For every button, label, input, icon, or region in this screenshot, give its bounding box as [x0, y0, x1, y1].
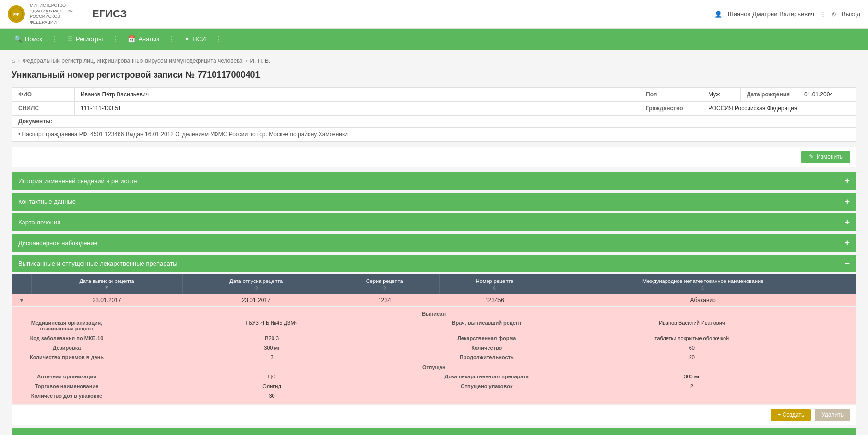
main-content: ⌂ › Федеральный регистр лиц, инфицирован… — [0, 50, 868, 435]
section-drugs-header[interactable]: Выписанные и отпущенные лекарственные пр… — [12, 255, 856, 272]
nav-analysis[interactable]: 📅 Анализ — [121, 32, 166, 47]
expand-col-header — [12, 274, 31, 294]
logout-icon: ⎋ — [832, 11, 836, 18]
nav-registries[interactable]: ☰ Регистры — [60, 32, 109, 47]
drugs-table-row-0[interactable]: ▼ 23.01.2017 23.01.2017 1234 123456 Абак… — [12, 294, 856, 307]
user-name: Шиянов Дмитрий Валерьевич — [728, 11, 814, 18]
patient-info-card: ФИО Иванов Пётр Васильевич Пол Муж Дата … — [12, 87, 856, 142]
snils-row: СНИЛС 111-111-133 51 Гражданство РОССИЯ … — [12, 101, 856, 115]
snils-label: СНИЛС — [12, 101, 75, 115]
released-status: Отпущен — [19, 364, 849, 370]
edit-button[interactable]: ✎ Изменить — [801, 151, 850, 163]
sort-number: ◇ — [444, 285, 546, 290]
section-dispensary-header[interactable]: Диспансерное наблюдение + — [12, 234, 856, 252]
section-contacts-toggle: + — [844, 197, 850, 207]
dob-label: Дата рождения — [741, 87, 798, 101]
nav-search[interactable]: 🔍 Поиск — [8, 32, 49, 47]
issued-status: Выписан — [19, 311, 849, 317]
nsi-icon: ✦ — [184, 35, 190, 43]
detail-reception-count: Количество приемов в день 3 — [19, 353, 429, 362]
detail-quantity: Количество 60 — [439, 343, 849, 352]
documents-label: Документы: — [18, 118, 52, 125]
section-treatment-header[interactable]: Карта лечения + — [12, 213, 856, 231]
section-history-toggle: + — [844, 176, 850, 186]
row-release-date: 23.01.2017 — [182, 294, 330, 307]
section-dispensary: Диспансерное наблюдение + — [12, 234, 856, 252]
pol-label: Пол — [640, 87, 702, 101]
detail-dosage: Дозировка 300 мг — [19, 343, 429, 352]
create-button[interactable]: + Создать — [771, 409, 811, 421]
fio-value: Иванов Пётр Васильевич — [75, 87, 640, 101]
drugs-detail-content: Выписан Медицинская организация, выписав… — [12, 307, 856, 404]
snils-value: 111-111-133 51 — [75, 101, 640, 115]
sort-inn: ◇ — [555, 285, 851, 290]
section-history-label: История изменений сведений в регистре — [18, 177, 137, 185]
more-options-icon[interactable]: ⋮ — [820, 11, 826, 18]
breadcrumb-registry[interactable]: Федеральный регистр лиц, инфицированных … — [23, 58, 242, 64]
system-title: ЕГИСЗ — [92, 8, 127, 20]
passport-row: • Паспорт гражданина РФ: 4501 123466 Выд… — [12, 127, 856, 141]
top-bar-left: РФ МИНИСТЕРСТВО ЗДРАВООХРАНЕНИЯ РОССИЙСК… — [8, 3, 127, 25]
detail-pack-qty: Количество доз в упаковке 30 — [19, 391, 429, 400]
section-drugs-content: Дата выписки рецепта ▼ Дата отпуска реце… — [12, 274, 856, 425]
row-expand-icon[interactable]: ▼ — [12, 294, 31, 307]
breadcrumb-sep-2: › — [245, 58, 247, 64]
section-dispensary-toggle: + — [844, 238, 850, 248]
nav-nsi[interactable]: ✦ НСИ — [178, 32, 213, 47]
drugs-table-btn-row: + Создать Удалить — [12, 404, 856, 425]
detail-issued-grid: Медицинская организация, выписавшая реце… — [19, 318, 849, 362]
row-prescription-date: 23.01.2017 — [31, 294, 182, 307]
user-icon: 👤 — [714, 11, 722, 18]
section-personified-header[interactable]: Персонифицированные потребности в лекарс… — [12, 428, 856, 435]
section-treatment-toggle: + — [844, 217, 850, 227]
col-series[interactable]: Серия рецепта ◇ — [330, 274, 439, 294]
page-title: Уникальный номер регистровой записи № 77… — [12, 70, 856, 80]
col-release-date[interactable]: Дата отпуска рецепта ◇ — [182, 274, 330, 294]
top-bar: РФ МИНИСТЕРСТВО ЗДРАВООХРАНЕНИЯ РОССИЙСК… — [0, 0, 868, 29]
nav-sep-3: ⋮ — [168, 35, 176, 44]
top-bar-right: 👤 Шиянов Дмитрий Валерьевич ⋮ ⎋ Выход — [714, 11, 860, 18]
drugs-table-header-row: Дата выписки рецепта ▼ Дата отпуска реце… — [12, 274, 856, 294]
nav-sep-4: ⋮ — [214, 35, 222, 44]
drugs-detail-row: Выписан Медицинская организация, выписав… — [12, 306, 856, 404]
ministry-logo: РФ — [8, 5, 25, 23]
patient-name-row: ФИО Иванов Пётр Васильевич Пол Муж Дата … — [12, 87, 856, 101]
home-icon[interactable]: ⌂ — [12, 58, 15, 64]
search-icon: 🔍 — [14, 35, 22, 43]
sort-prescription-date: ▼ — [36, 285, 178, 290]
detail-released-grid: Аптечная организация ЦС Доза лекарственн… — [19, 372, 849, 400]
section-drugs-label: Выписанные и отпущенные лекарственные пр… — [18, 260, 178, 267]
section-history-header[interactable]: История изменений сведений в регистре + — [12, 172, 856, 190]
nav-sep-1: ⋮ — [51, 35, 59, 44]
registries-icon: ☰ — [67, 35, 73, 43]
documents-row: Документы: — [12, 115, 856, 127]
sort-release-date: ◇ — [188, 285, 325, 290]
section-drugs-toggle: − — [844, 259, 850, 269]
pencil-icon: ✎ — [809, 153, 814, 160]
col-prescription-date[interactable]: Дата выписки рецепта ▼ — [31, 274, 182, 294]
delete-button[interactable]: Удалить — [815, 409, 850, 421]
drugs-table: Дата выписки рецепта ▼ Дата отпуска реце… — [12, 274, 856, 404]
breadcrumb: ⌂ › Федеральный регистр лиц, инфицирован… — [12, 58, 856, 64]
passport-text: • Паспорт гражданина РФ: 4501 123466 Выд… — [12, 127, 856, 141]
fio-label: ФИО — [12, 87, 75, 101]
col-number[interactable]: Номер рецепта ◇ — [439, 274, 550, 294]
section-contacts-header[interactable]: Контактные данные + — [12, 193, 856, 211]
detail-mkb: Код заболевания по МКБ-10 В20.3 — [19, 334, 429, 342]
pol-value: Муж — [702, 87, 741, 101]
col-inn[interactable]: Международное непатентованное наименован… — [550, 274, 856, 294]
nav-bar: 🔍 Поиск ⋮ ☰ Регистры ⋮ 📅 Анализ ⋮ ✦ НСИ … — [0, 29, 868, 50]
citizenship-label: Гражданство — [640, 101, 702, 115]
ministry-name: МИНИСТЕРСТВО ЗДРАВООХРАНЕНИЯ РОССИЙСКОЙ … — [30, 3, 83, 25]
logout-button[interactable]: Выход — [842, 11, 860, 18]
row-series: 1234 — [330, 294, 439, 307]
detail-packs-released: Отпущено упаковок 2 — [439, 382, 849, 390]
section-personified-toggle: + — [844, 432, 850, 435]
breadcrumb-sep-1: › — [18, 58, 20, 64]
section-history: История изменений сведений в регистре + — [12, 172, 856, 190]
sort-series: ◇ — [335, 285, 434, 290]
dob-value: 01.01.2004 — [798, 87, 856, 101]
detail-med-org: Медицинская организация, выписавшая реце… — [19, 318, 429, 333]
citizenship-value: РОССИЯ Российская Федерация — [702, 101, 856, 115]
detail-dose: Доза лекарственного препарата 300 мг — [439, 372, 849, 381]
